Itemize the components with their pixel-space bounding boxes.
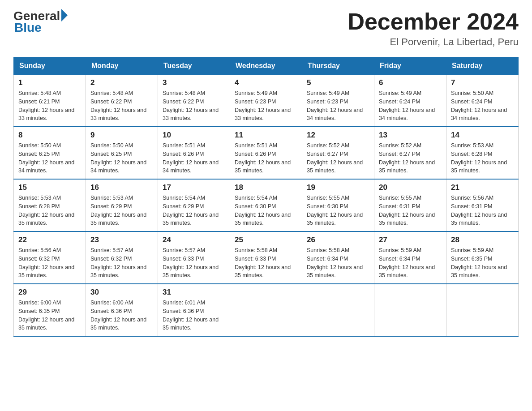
day-number: 8 [18, 131, 81, 140]
day-info: Sunrise: 5:49 AM Sunset: 6:23 PM Dayligh… [235, 89, 297, 123]
day-info: Sunrise: 5:58 AM Sunset: 6:34 PM Dayligh… [307, 246, 369, 280]
day-info: Sunrise: 5:59 AM Sunset: 6:35 PM Dayligh… [451, 246, 514, 280]
calendar-cell: 4 Sunrise: 5:49 AM Sunset: 6:23 PM Dayli… [230, 75, 302, 127]
calendar-cell: 30 Sunrise: 6:00 AM Sunset: 6:36 PM Dayl… [86, 284, 158, 336]
header-row: Sunday Monday Tuesday Wednesday Thursday… [14, 57, 519, 75]
day-number: 14 [451, 131, 514, 140]
day-number: 23 [90, 235, 153, 244]
day-number: 10 [163, 131, 225, 140]
day-number: 12 [307, 131, 369, 140]
day-info: Sunrise: 5:52 AM Sunset: 6:27 PM Dayligh… [307, 141, 369, 175]
day-number: 25 [235, 235, 297, 244]
calendar-cell: 1 Sunrise: 5:48 AM Sunset: 6:21 PM Dayli… [14, 75, 86, 127]
calendar-cell: 23 Sunrise: 5:57 AM Sunset: 6:32 PM Dayl… [86, 231, 158, 284]
day-info: Sunrise: 5:54 AM Sunset: 6:30 PM Dayligh… [235, 194, 297, 227]
day-number: 16 [90, 183, 153, 192]
day-info: Sunrise: 6:00 AM Sunset: 6:36 PM Dayligh… [90, 299, 153, 332]
day-number: 28 [451, 235, 514, 244]
calendar-body: 1 Sunrise: 5:48 AM Sunset: 6:21 PM Dayli… [14, 75, 519, 337]
day-info: Sunrise: 5:52 AM Sunset: 6:27 PM Dayligh… [379, 141, 442, 175]
day-number: 29 [18, 288, 81, 297]
calendar-cell: 9 Sunrise: 5:50 AM Sunset: 6:25 PM Dayli… [86, 127, 158, 179]
calendar-cell: 12 Sunrise: 5:52 AM Sunset: 6:27 PM Dayl… [302, 127, 374, 179]
day-number: 26 [307, 235, 369, 244]
day-info: Sunrise: 5:53 AM Sunset: 6:28 PM Dayligh… [18, 194, 81, 227]
day-info: Sunrise: 5:55 AM Sunset: 6:31 PM Dayligh… [379, 194, 442, 227]
day-info: Sunrise: 5:53 AM Sunset: 6:29 PM Dayligh… [90, 194, 153, 227]
day-number: 24 [163, 235, 225, 244]
day-number: 1 [18, 78, 81, 87]
day-number: 9 [90, 131, 153, 140]
day-number: 18 [235, 183, 297, 192]
calendar-cell [374, 284, 446, 336]
day-info: Sunrise: 5:50 AM Sunset: 6:25 PM Dayligh… [18, 141, 81, 175]
day-info: Sunrise: 5:56 AM Sunset: 6:31 PM Dayligh… [451, 194, 514, 227]
day-number: 31 [163, 288, 225, 297]
day-number: 27 [379, 235, 442, 244]
day-number: 6 [379, 78, 442, 87]
day-info: Sunrise: 5:50 AM Sunset: 6:24 PM Dayligh… [451, 89, 514, 123]
col-sunday: Sunday [14, 57, 86, 75]
day-number: 2 [90, 78, 153, 87]
calendar-cell: 15 Sunrise: 5:53 AM Sunset: 6:28 PM Dayl… [14, 179, 86, 231]
calendar-cell: 27 Sunrise: 5:59 AM Sunset: 6:34 PM Dayl… [374, 231, 446, 284]
calendar-cell: 31 Sunrise: 6:01 AM Sunset: 6:36 PM Dayl… [158, 284, 230, 336]
day-number: 17 [163, 183, 225, 192]
calendar-cell: 8 Sunrise: 5:50 AM Sunset: 6:25 PM Dayli… [14, 127, 86, 179]
day-number: 11 [235, 131, 297, 140]
day-number: 19 [307, 183, 369, 192]
day-number: 7 [451, 78, 514, 87]
day-info: Sunrise: 6:00 AM Sunset: 6:35 PM Dayligh… [18, 299, 81, 332]
calendar-cell: 13 Sunrise: 5:52 AM Sunset: 6:27 PM Dayl… [374, 127, 446, 179]
col-monday: Monday [86, 57, 158, 75]
col-thursday: Thursday [302, 57, 374, 75]
page-header: General Blue December 2024 El Porvenir, … [13, 9, 519, 48]
calendar-cell: 14 Sunrise: 5:53 AM Sunset: 6:28 PM Dayl… [446, 127, 519, 179]
calendar-cell: 5 Sunrise: 5:49 AM Sunset: 6:23 PM Dayli… [302, 75, 374, 127]
day-info: Sunrise: 5:58 AM Sunset: 6:33 PM Dayligh… [235, 246, 297, 280]
day-info: Sunrise: 5:53 AM Sunset: 6:28 PM Dayligh… [451, 141, 514, 175]
day-info: Sunrise: 5:48 AM Sunset: 6:21 PM Dayligh… [18, 89, 81, 123]
day-info: Sunrise: 5:51 AM Sunset: 6:26 PM Dayligh… [163, 141, 225, 175]
location-label: El Porvenir, La Libertad, Peru [348, 36, 519, 48]
day-info: Sunrise: 5:50 AM Sunset: 6:25 PM Dayligh… [90, 141, 153, 175]
calendar-week-row: 1 Sunrise: 5:48 AM Sunset: 6:21 PM Dayli… [14, 75, 519, 127]
day-number: 30 [90, 288, 153, 297]
day-number: 13 [379, 131, 442, 140]
calendar-cell: 25 Sunrise: 5:58 AM Sunset: 6:33 PM Dayl… [230, 231, 302, 284]
col-friday: Friday [374, 57, 446, 75]
calendar-table: Sunday Monday Tuesday Wednesday Thursday… [13, 57, 519, 337]
calendar-cell: 28 Sunrise: 5:59 AM Sunset: 6:35 PM Dayl… [446, 231, 519, 284]
title-section: December 2024 El Porvenir, La Libertad, … [348, 9, 519, 48]
day-info: Sunrise: 5:48 AM Sunset: 6:22 PM Dayligh… [90, 89, 153, 123]
calendar-cell: 10 Sunrise: 5:51 AM Sunset: 6:26 PM Dayl… [158, 127, 230, 179]
day-number: 4 [235, 78, 297, 87]
col-wednesday: Wednesday [230, 57, 302, 75]
calendar-week-row: 8 Sunrise: 5:50 AM Sunset: 6:25 PM Dayli… [14, 127, 519, 179]
day-info: Sunrise: 5:59 AM Sunset: 6:34 PM Dayligh… [379, 246, 442, 280]
calendar-cell [230, 284, 302, 336]
calendar-cell [446, 284, 519, 336]
col-tuesday: Tuesday [158, 57, 230, 75]
calendar-week-row: 22 Sunrise: 5:56 AM Sunset: 6:32 PM Dayl… [14, 231, 519, 284]
calendar-cell: 17 Sunrise: 5:54 AM Sunset: 6:29 PM Dayl… [158, 179, 230, 231]
day-info: Sunrise: 5:48 AM Sunset: 6:22 PM Dayligh… [163, 89, 225, 123]
day-number: 22 [18, 235, 81, 244]
calendar-cell: 11 Sunrise: 5:51 AM Sunset: 6:26 PM Dayl… [230, 127, 302, 179]
day-info: Sunrise: 5:55 AM Sunset: 6:30 PM Dayligh… [307, 194, 369, 227]
day-info: Sunrise: 5:57 AM Sunset: 6:32 PM Dayligh… [90, 246, 153, 280]
calendar-cell: 19 Sunrise: 5:55 AM Sunset: 6:30 PM Dayl… [302, 179, 374, 231]
calendar-cell: 2 Sunrise: 5:48 AM Sunset: 6:22 PM Dayli… [86, 75, 158, 127]
logo-arrow-icon [61, 9, 68, 21]
day-number: 20 [379, 183, 442, 192]
day-info: Sunrise: 5:54 AM Sunset: 6:29 PM Dayligh… [163, 194, 225, 227]
calendar-cell: 22 Sunrise: 5:56 AM Sunset: 6:32 PM Dayl… [14, 231, 86, 284]
calendar-cell: 3 Sunrise: 5:48 AM Sunset: 6:22 PM Dayli… [158, 75, 230, 127]
calendar-week-row: 29 Sunrise: 6:00 AM Sunset: 6:35 PM Dayl… [14, 284, 519, 336]
day-info: Sunrise: 6:01 AM Sunset: 6:36 PM Dayligh… [163, 299, 225, 332]
day-info: Sunrise: 5:57 AM Sunset: 6:33 PM Dayligh… [163, 246, 225, 280]
day-info: Sunrise: 5:51 AM Sunset: 6:26 PM Dayligh… [235, 141, 297, 175]
month-title: December 2024 [348, 9, 519, 34]
day-number: 3 [163, 78, 225, 87]
calendar-cell: 21 Sunrise: 5:56 AM Sunset: 6:31 PM Dayl… [446, 179, 519, 231]
